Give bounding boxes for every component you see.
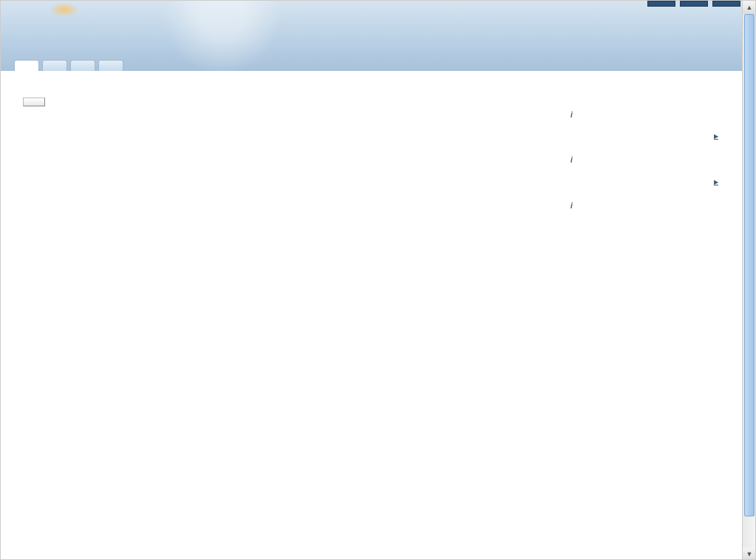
status-header: i xyxy=(571,202,718,214)
vertical-scrollbar[interactable]: ▲ ▼ xyxy=(742,1,755,560)
logout-button[interactable] xyxy=(712,1,740,7)
contact-button[interactable] xyxy=(680,1,708,7)
tab-eerstelijns-diagnostiek[interactable] xyxy=(42,60,67,71)
scroll-down-arrow-icon[interactable]: ▼ xyxy=(743,547,756,560)
info-icon[interactable]: i xyxy=(571,111,573,119)
scroll-up-arrow-icon[interactable]: ▲ xyxy=(743,1,756,14)
toon-verkort-menu-button[interactable] xyxy=(23,98,45,106)
patient-info xyxy=(571,83,718,95)
favorieten-header: i xyxy=(571,111,718,123)
linkbox-header: i xyxy=(571,156,718,168)
info-icon[interactable]: i xyxy=(571,156,573,164)
tab-specialistische-zorg[interactable] xyxy=(14,60,39,71)
app-header xyxy=(1,1,755,71)
my-profile-button[interactable] xyxy=(647,1,675,7)
scrollbar-thumb[interactable] xyxy=(744,14,755,516)
tab-basiszorg[interactable] xyxy=(70,60,95,71)
main-tabs xyxy=(14,60,126,71)
tab-telezorg[interactable] xyxy=(98,60,123,71)
info-icon[interactable]: i xyxy=(571,202,573,210)
top-buttons xyxy=(643,1,740,7)
right-sidebar: i ▶ i ▶ i xyxy=(571,83,718,236)
